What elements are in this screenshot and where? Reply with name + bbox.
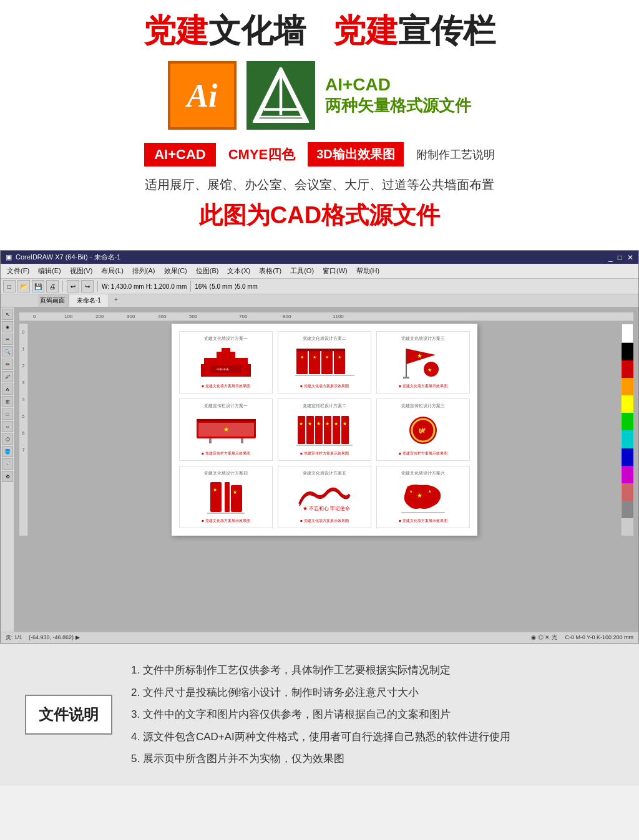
menu-tools[interactable]: 工具(O) [286, 265, 318, 277]
statusbar-cmyk: C-0 M-0 Y-0 K-100 200 mm [565, 634, 633, 640]
cell7-img: ★ ★ [183, 479, 268, 516]
svg-rect-35 [306, 416, 314, 444]
menu-edit[interactable]: 编辑(E) [34, 265, 65, 277]
tool-poly[interactable]: ⬡ [2, 433, 13, 445]
color-purple[interactable] [622, 466, 633, 483]
svg-text:★: ★ [417, 492, 422, 499]
menu-window[interactable]: 窗口(W) [319, 265, 351, 277]
tool-eyedrop[interactable]: 💉 [2, 458, 13, 470]
canvas-outer: 0 1 2 3 4 5 6 7 党建文化墙设计方案一 [19, 324, 633, 536]
tool-crop[interactable]: ✂ [2, 334, 13, 345]
menu-help[interactable]: 帮助(H) [353, 265, 383, 277]
cdr-tab-active[interactable]: 未命名-1 [69, 294, 109, 307]
minimize-icon[interactable]: _ [608, 253, 613, 262]
color-gray[interactable] [622, 501, 633, 518]
svg-text:★: ★ [427, 367, 432, 373]
cdr-title: CoreIDRAW X7 (64-Bit) - 未命名-1 [16, 253, 120, 262]
tool-pen[interactable]: 🖊 [2, 371, 13, 382]
tool-text[interactable]: A [2, 384, 13, 395]
title-black1: 文化墙 [208, 12, 306, 49]
color-yellow[interactable] [622, 395, 633, 413]
color-cyan[interactable] [622, 430, 633, 448]
tool-freehand[interactable]: ✏ [2, 359, 13, 370]
svg-rect-32 [241, 438, 243, 443]
menu-bitmap[interactable]: 位图(B) [192, 265, 223, 277]
toolbar-new[interactable]: □ [3, 280, 16, 292]
close-icon[interactable]: ✕ [627, 253, 633, 262]
menu-table[interactable]: 表格(T) [255, 265, 285, 277]
bottom-section: 文件说明 1. 文件中所标制作工艺仅供参考，具体制作工艺要根据实际情况制定 2.… [0, 644, 639, 786]
building2-svg: ★ ★ ★ ★ [295, 347, 354, 379]
cdr-titlebar-right: _ □ ✕ [608, 253, 633, 262]
cad-svg [253, 67, 309, 123]
tool-fill[interactable]: 🪣 [2, 446, 13, 457]
svg-rect-31 [209, 438, 212, 443]
tool-shape[interactable]: ◈ [2, 321, 13, 332]
cdr-tab-add[interactable]: + [109, 294, 123, 307]
menu-text[interactable]: 文本(X) [223, 265, 254, 277]
svg-rect-6 [222, 348, 230, 353]
color-pink[interactable] [622, 483, 633, 501]
file-desc-item-2: 2. 文件尺寸是投稿比例缩小设计，制作时请务必注意尺寸大小 [131, 685, 602, 701]
svg-rect-36 [315, 416, 323, 444]
color-orange[interactable] [622, 378, 633, 395]
cdr-tab-bar: 页码画面 未命名-1 + [1, 294, 638, 307]
menu-view[interactable]: 视图(V) [66, 265, 97, 277]
svg-rect-38 [333, 416, 340, 444]
toolbar-size-label: H: 1,200.0 mm [146, 283, 187, 290]
cad-source-title: 此图为CAD格式源文件 [25, 200, 614, 231]
svg-rect-37 [324, 416, 331, 444]
color-red[interactable] [622, 360, 633, 378]
tool-ellipse[interactable]: ○ [2, 421, 13, 432]
top-section: 党建文化墙 党建宣传栏 Ai AI+CAD 两种矢量格式源文件 AI+CAD C… [0, 0, 639, 250]
tool-zoom[interactable]: 🔍 [2, 346, 13, 357]
maximize-icon[interactable]: □ [618, 253, 622, 262]
cell8-img: ★ 不忘初心 牢记使命 [282, 479, 367, 516]
toolbar-snap: ⟨5.0 mm [209, 283, 232, 290]
menu-layout[interactable]: 布局(L) [97, 265, 127, 277]
badge-3d: 3D输出效果图 [308, 142, 404, 167]
cell3-img: ★ ★ [381, 344, 466, 381]
svg-rect-15 [334, 350, 345, 374]
badges-row: AI+CAD CMYE四色 3D输出效果图 附制作工艺说明 [25, 142, 614, 167]
cell3-label: 党建文化墙设计方案三 [401, 336, 445, 342]
cdr-app-icon: ▣ [6, 253, 12, 261]
tool-interact[interactable]: ⚙ [2, 471, 13, 482]
toolbar-save[interactable]: 💾 [32, 280, 44, 292]
color-black[interactable] [622, 343, 633, 360]
color-green[interactable] [622, 413, 633, 430]
title-red2: 党建 [333, 12, 398, 49]
color-white[interactable] [622, 324, 633, 342]
statusbar-right: ◉ ◎ ✕ 光 C-0 M-0 Y-0 K-100 200 mm [531, 634, 633, 642]
color-blue[interactable] [622, 448, 633, 466]
file-desc-list: 1. 文件中所标制作工艺仅供参考，具体制作工艺要根据实际情况制定 2. 文件尺寸… [131, 662, 602, 767]
svg-rect-14 [321, 350, 333, 374]
cdr-ruler-left: 0 1 2 3 4 5 6 7 [19, 324, 28, 536]
menu-arrange[interactable]: 排列(A) [129, 265, 159, 277]
cell9-footer: ■ 党建文化墙方案展示效果图 [399, 518, 447, 524]
title-black2: 宣传栏 [398, 12, 495, 49]
toolbar-sep3 [190, 281, 191, 292]
software-row: Ai AI+CAD 两种矢量格式源文件 [25, 61, 614, 130]
tool-table[interactable]: ⊞ [2, 396, 13, 407]
cdr-menubar[interactable]: 文件(F) 编辑(E) 视图(V) 布局(L) 排列(A) 效果(C) 位图(B… [1, 264, 638, 279]
color-lightgray[interactable] [622, 518, 633, 536]
tool-select[interactable]: ↖ [2, 309, 13, 320]
toolbar-print[interactable]: 🖨 [46, 280, 59, 292]
toolbar-zoom-label: W: 1,430.0 mm [102, 283, 144, 290]
text3d-svg: ★ 不忘初心 牢记使命 [296, 482, 353, 513]
toolbar-open[interactable]: 📂 [17, 280, 30, 292]
cdr-toolbar: □ 📂 💾 🖨 ↩ ↪ W: 1,430.0 mm H: 1,200.0 mm … [1, 279, 638, 294]
badge-cmye: CMYE四色 [228, 145, 296, 164]
tool-rect[interactable]: □ [2, 408, 13, 420]
toolbar-undo[interactable]: ↩ [67, 280, 79, 292]
cdr-left-panel: ↖ ◈ ✂ 🔍 ✏ 🖊 A ⊞ □ ○ ⬡ 🪣 💉 ⚙ [1, 307, 14, 632]
toolbar-redo[interactable]: ↪ [81, 280, 94, 292]
cell9-img: ★ ★ ★ [381, 479, 466, 516]
color-strip [622, 324, 633, 536]
badge-note: 附制作工艺说明 [416, 147, 495, 162]
menu-effects[interactable]: 效果(C) [160, 265, 191, 277]
cdr-right-panel [621, 324, 633, 536]
menu-file[interactable]: 文件(F) [3, 265, 33, 277]
map-svg: ★ ★ ★ [398, 480, 448, 514]
